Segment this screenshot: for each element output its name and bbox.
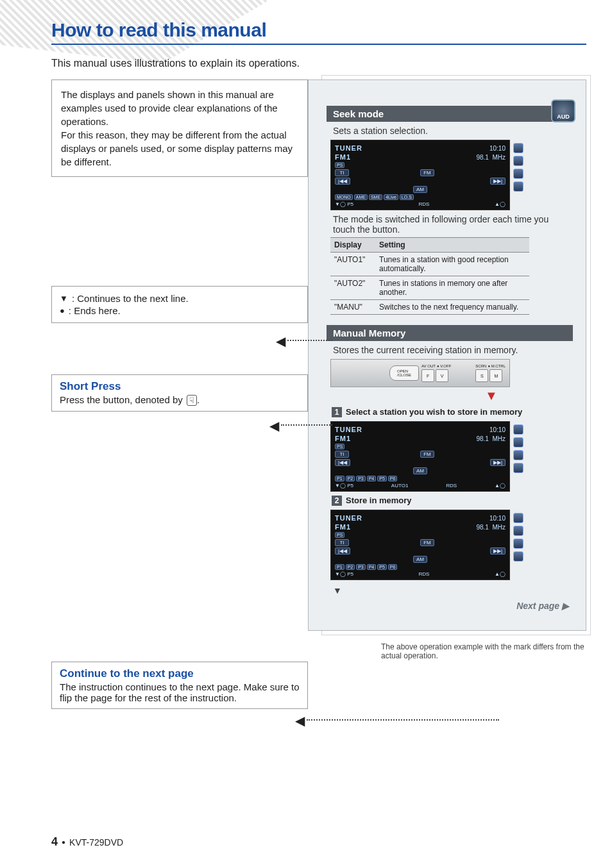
manual-memory-header: Manual Memory	[327, 325, 573, 341]
p4-button[interactable]: P4	[367, 564, 377, 570]
preset-p5: P5	[347, 571, 353, 577]
faceplate-panel: OPEN /CLOSE AV OUT ● V.OFF F V	[330, 359, 510, 387]
ame-button[interactable]: AME	[354, 194, 368, 200]
seek-next-button[interactable]: ▶▶|	[490, 459, 506, 466]
los-button[interactable]: LO.S	[400, 194, 414, 200]
seek-after-desc: The mode is switched in following order …	[333, 214, 573, 235]
side-icon	[513, 538, 523, 549]
side-icon	[513, 169, 523, 179]
side-icon	[513, 437, 523, 447]
fm-button[interactable]: FM	[420, 451, 434, 458]
seek-mode-header: Seek mode	[327, 106, 573, 122]
seek-next-button[interactable]: ▶▶|	[490, 178, 506, 185]
ti-button[interactable]: TI	[335, 169, 349, 176]
display-disclaimer-box: The displays and panels shown in this ma…	[51, 79, 308, 177]
tuner-label: TUNER	[335, 144, 362, 152]
tuner-band: FM1	[335, 153, 351, 161]
mono-button[interactable]: MONO	[335, 194, 353, 200]
fm-button[interactable]: FM	[420, 539, 434, 546]
display-disclaimer-text: The displays and panels shown in this ma…	[61, 89, 293, 167]
connector-line	[281, 424, 332, 426]
p5-button[interactable]: P5	[377, 476, 387, 481]
ti-button[interactable]: TI	[335, 539, 349, 546]
side-icon	[513, 424, 523, 435]
p1-button[interactable]: P1	[335, 564, 344, 570]
sme-button[interactable]: SME	[369, 194, 382, 200]
side-icon	[513, 513, 523, 523]
ps-button[interactable]: PS	[335, 444, 344, 449]
p3-button[interactable]: P3	[356, 564, 366, 570]
seek-mode-table: Display Setting "AUTO1"Tunes in a statio…	[330, 237, 529, 315]
side-icon	[513, 181, 523, 192]
tuner-label: TUNER	[335, 426, 362, 433]
rds-label: RDS	[446, 483, 457, 488]
continue-text: The instruction continues to the next pa…	[60, 681, 300, 703]
f-button[interactable]: F	[421, 369, 434, 382]
triangle-down-icon: ▼	[60, 294, 68, 303]
p6-button[interactable]: P6	[388, 564, 398, 570]
table-header-display: Display	[330, 238, 375, 253]
fm-button[interactable]: FM	[420, 169, 434, 176]
seek-prev-button[interactable]: |◀◀	[335, 547, 350, 555]
live-button[interactable]: 4Live	[384, 194, 398, 200]
short-press-text: Press the button, denoted by	[60, 394, 185, 405]
ps-button[interactable]: PS	[335, 532, 344, 538]
p2-button[interactable]: P2	[346, 476, 355, 481]
ti-button[interactable]: TI	[335, 451, 349, 458]
connector-line	[287, 340, 332, 341]
step-number-2: 2	[332, 496, 342, 506]
m-button[interactable]: M	[489, 369, 502, 382]
connector-line	[307, 719, 499, 721]
red-down-arrow-icon: ▼	[410, 388, 573, 403]
ps-button[interactable]: PS	[335, 162, 344, 168]
table-row: "AUTO1"Tunes in a station with good rece…	[330, 253, 529, 276]
am-button[interactable]: AM	[413, 186, 427, 193]
page-number: 4	[51, 835, 58, 849]
rds-label: RDS	[419, 201, 430, 207]
am-button[interactable]: AM	[413, 556, 427, 563]
table-header-setting: Setting	[375, 238, 529, 253]
tuner-freq: 98.1	[476, 524, 488, 531]
open-close-button[interactable]: OPEN /CLOSE	[389, 365, 419, 381]
continue-triangle-icon: ▼	[333, 585, 573, 596]
tuner-unit: MHz	[492, 524, 506, 531]
tuner-screen-3: TUNER 10:10 FM1 98.1 MHz PS TI FM |◀◀	[330, 510, 510, 580]
v-button[interactable]: V	[436, 369, 448, 382]
tuner-freq: 98.1	[476, 435, 488, 442]
seek-mode-desc: Sets a station selection.	[333, 126, 573, 136]
side-icon	[513, 450, 523, 460]
tuner-time: 10:10	[489, 515, 506, 522]
p5-button[interactable]: P5	[377, 564, 387, 570]
bullet-icon: ●	[60, 306, 65, 315]
p2-button[interactable]: P2	[346, 564, 355, 570]
am-button[interactable]: AM	[413, 467, 427, 474]
mctrl-label: ● M.CTRL	[488, 364, 506, 368]
seek-next-button[interactable]: ▶▶|	[490, 547, 506, 555]
short-press-title: Short Press	[60, 380, 300, 393]
tuner-screen-1: TUNER 10:10 FM1 98.1 MHz PS TI FM |◀◀	[330, 140, 510, 210]
tuner-unit: MHz	[492, 435, 506, 442]
side-icon	[513, 156, 523, 166]
seek-prev-button[interactable]: |◀◀	[335, 459, 350, 466]
next-page-label: Next page ▶	[327, 601, 573, 611]
continue-next-page-callout: Continue to the next page The instructio…	[51, 662, 308, 709]
preset-p5: P5	[347, 201, 353, 207]
p6-button[interactable]: P6	[388, 476, 398, 481]
scrn-label: SCRN	[475, 364, 486, 368]
tuner-freq: 98.1	[476, 154, 488, 161]
p4-button[interactable]: P4	[367, 476, 377, 481]
legend-box: ▼ : Continues to the next line. ● : Ends…	[51, 286, 308, 323]
avout-label: AV OUT	[421, 364, 436, 368]
s-button[interactable]: S	[475, 369, 488, 382]
p1-button[interactable]: P1	[335, 476, 344, 481]
step-2-text: Store in memory	[346, 496, 412, 505]
table-row: "AUTO2"Tunes in stations in memory one a…	[330, 276, 529, 300]
side-icon	[513, 551, 523, 562]
connector-arrow-icon: ◀	[276, 333, 285, 349]
tuner-screen-2: TUNER 10:10 FM1 98.1 MHz PS TI FM |◀◀	[330, 421, 510, 492]
p3-button[interactable]: P3	[356, 476, 366, 481]
page-footer: 4 ● KVT-729DVD	[51, 835, 123, 849]
seek-prev-button[interactable]: |◀◀	[335, 178, 350, 185]
preset-p5: P5	[347, 483, 353, 488]
model-label: KVT-729DVD	[69, 837, 123, 847]
